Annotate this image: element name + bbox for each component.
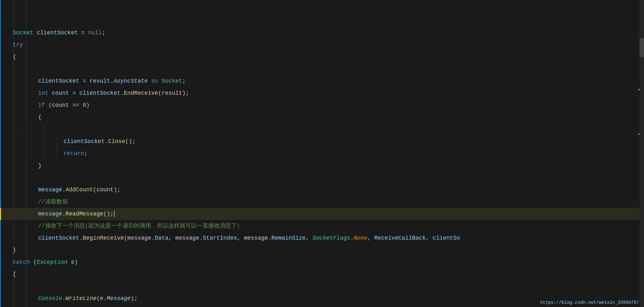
- code-token: 0: [83, 102, 86, 108]
- code-token: clientSocket: [79, 90, 121, 96]
- code-line: message.ReadMessage();: [0, 208, 644, 220]
- code-token: //接收下一个消息(因为这是一个递归的调用，所以这样就可以一直接收消息了）: [38, 223, 243, 229]
- code-line: int count = clientSocket.EndReceive(resu…: [0, 87, 644, 99]
- code-line: [0, 280, 644, 292]
- code-line: {: [0, 51, 644, 63]
- code-token: Data: [155, 235, 168, 241]
- code-token: (message.: [124, 235, 155, 241]
- code-token: None: [354, 235, 367, 241]
- code-token: .: [110, 78, 114, 84]
- code-token: Close: [108, 138, 125, 145]
- code-token: ();: [125, 138, 135, 145]
- code-token: (: [30, 259, 37, 265]
- code-token: Exception: [37, 259, 68, 265]
- scrollbar-track[interactable]: [640, 0, 644, 307]
- code-token: RemainSize: [272, 235, 306, 241]
- code-token: as: [148, 78, 162, 84]
- code-token: AddCount: [65, 187, 93, 193]
- code-token: , message.: [169, 235, 203, 241]
- code-token: ): [86, 102, 90, 108]
- code-line: clientSocket = result.AsyncState as Sock…: [0, 75, 644, 87]
- code-token: (e.: [97, 295, 107, 302]
- code-token: .: [120, 90, 124, 96]
- code-line: clientSocket.BeginReceive(message.Data, …: [0, 232, 644, 244]
- code-token: {: [13, 54, 16, 60]
- code-line: catch (Exception e): [0, 256, 644, 268]
- code-editor: Socket clientSocket = null;try{clientSoc…: [0, 0, 644, 307]
- code-token: StartIndex: [203, 235, 237, 241]
- code-line: message.AddCount(count);: [0, 184, 644, 196]
- code-token: ;: [84, 150, 88, 157]
- code-line: try: [0, 39, 644, 51]
- code-line: }: [0, 160, 644, 172]
- code-token: ,: [306, 235, 313, 241]
- code-token: .: [105, 138, 108, 145]
- code-token: EndReceive: [124, 90, 158, 96]
- code-lines: Socket clientSocket = null;try{clientSoc…: [0, 0, 644, 307]
- code-token: {: [13, 271, 16, 277]
- code-token: if: [38, 102, 45, 108]
- code-token: //读取数据: [38, 199, 68, 205]
- code-line: [0, 63, 644, 75]
- code-line: if (count == 0): [0, 99, 644, 111]
- code-line: clientSocket.Close();: [0, 135, 644, 147]
- minimap-accent-2: [638, 133, 640, 135]
- code-token: }: [13, 247, 16, 253]
- code-token: Socket: [13, 30, 37, 36]
- code-token: ();: [103, 211, 113, 217]
- code-token: (result);: [158, 90, 189, 96]
- code-token: clientSocket: [38, 235, 79, 241]
- scrollbar-thumb[interactable]: [640, 38, 644, 57]
- code-token: , message.: [237, 235, 272, 241]
- code-line: //读取数据: [0, 196, 644, 208]
- code-token: .: [62, 211, 66, 217]
- code-token: =: [79, 78, 90, 84]
- code-token: return: [64, 150, 84, 157]
- code-token: );: [131, 295, 138, 302]
- code-token: Socket: [162, 78, 182, 84]
- code-token: WriteLine: [65, 295, 96, 302]
- code-token: (count ==: [45, 102, 83, 108]
- code-token: ;: [182, 78, 186, 84]
- code-token: count =: [48, 90, 79, 96]
- code-token: message: [38, 187, 62, 193]
- code-line: [0, 123, 644, 135]
- code-token: =: [78, 30, 88, 36]
- code-token: clientSocket: [38, 78, 79, 84]
- code-token: Console: [38, 295, 62, 302]
- code-token: (count);: [93, 187, 120, 193]
- code-line: {: [0, 111, 644, 123]
- code-token: , ReceiveCallBack, clientSo: [367, 235, 460, 241]
- code-line: Socket clientSocket = null;: [0, 27, 644, 39]
- code-line: {: [0, 268, 644, 280]
- code-token: try: [13, 42, 23, 48]
- code-token: .: [62, 295, 66, 302]
- code-token: ;: [102, 30, 105, 36]
- code-token: ReadMessage: [65, 211, 103, 217]
- code-line: }: [0, 244, 644, 256]
- code-token: {: [38, 114, 42, 120]
- code-token: e): [68, 259, 78, 265]
- code-line: //接收下一个消息(因为这是一个递归的调用，所以这样就可以一直接收消息了）: [0, 220, 644, 232]
- code-token: .: [350, 235, 354, 241]
- code-token: null: [88, 30, 102, 36]
- minimap-accent-1: [638, 89, 640, 90]
- url-bar: https://blog.csdn.net/weixin_33950757: [540, 300, 639, 305]
- code-line: return;: [0, 147, 644, 160]
- code-token: clientSocket: [64, 138, 105, 145]
- code-token: clientSocket: [37, 30, 78, 36]
- code-token: BeginReceive: [83, 235, 124, 241]
- code-line: [0, 172, 644, 184]
- code-token: catch: [13, 259, 30, 265]
- code-token: Message: [107, 295, 131, 302]
- code-token: .: [79, 235, 83, 241]
- code-token: int: [38, 90, 48, 96]
- text-cursor: [114, 211, 115, 217]
- code-token: result: [90, 78, 110, 84]
- code-token: message: [38, 211, 62, 217]
- code-token: }: [38, 162, 42, 169]
- code-token: .: [62, 187, 66, 193]
- code-token: SocketFlags: [312, 235, 350, 241]
- code-token: AsyncState: [114, 78, 148, 84]
